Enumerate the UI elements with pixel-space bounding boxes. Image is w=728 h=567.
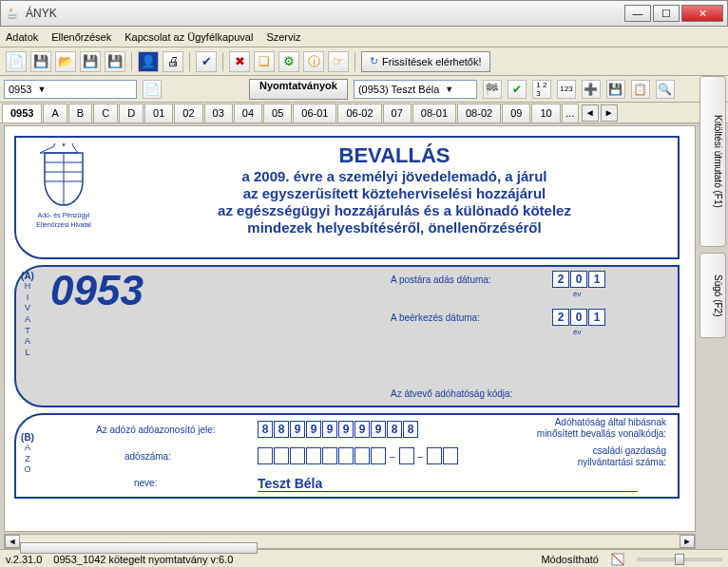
refresh-icon: ↻: [370, 55, 378, 67]
form-sub1: a 2009. évre a személyi jövedelemadó, a …: [115, 168, 674, 185]
csaladi-label2: nyilvántartási száma:: [543, 457, 666, 467]
form-sub2: az egyszerűsített közteherviselési hozzá…: [115, 185, 674, 202]
search-icon[interactable]: 🔍: [656, 80, 675, 99]
scroll-right-icon[interactable]: ►: [680, 535, 695, 548]
print-icon[interactable]: 🖨: [163, 51, 183, 72]
window-title: ÁNYK: [26, 7, 623, 20]
apeh-label-2: Ellenőrzési Hivatal: [36, 221, 91, 229]
page-icon[interactable]: 📄: [143, 80, 162, 99]
check2-icon[interactable]: ✔: [508, 80, 527, 99]
save3-icon[interactable]: 💾: [105, 51, 125, 72]
menu-ellenorzesek[interactable]: Ellenőrzések: [51, 31, 111, 43]
status-version: v.2.31.0: [6, 554, 42, 565]
num12-icon[interactable]: 1 23: [532, 80, 551, 99]
tab-d[interactable]: D: [119, 104, 144, 123]
form-code-combo[interactable]: 0953▼: [4, 80, 137, 99]
form-header: Adó- és Pénzügyi Ellenőrzési Hivatal BEV…: [14, 136, 680, 259]
toolbar: 📄 💾 📂 💾 💾 👤 🖨 ✔ ✖ ❏ ⚙ ⓘ ☞ ↻ Frissítések …: [0, 47, 728, 76]
coat-of-arms-icon: [40, 143, 87, 210]
form-viewport: Adó- és Pénzügyi Ellenőrzési Hivatal BEV…: [4, 125, 696, 532]
tab-a[interactable]: A: [43, 104, 67, 123]
maximize-button[interactable]: ☐: [653, 5, 680, 22]
copy-icon[interactable]: 📋: [631, 80, 650, 99]
group-b: (B): [21, 432, 34, 443]
hibas-label2: minősített bevallás vonalkódja:: [505, 428, 666, 439]
horizontal-scrollbar[interactable]: ◄ ►: [4, 534, 696, 549]
apeh-label-1: Adó- és Pénzügyi: [38, 212, 90, 219]
minimize-button[interactable]: —: [624, 5, 651, 22]
add-page-icon[interactable]: ➕: [582, 80, 601, 99]
tab-05[interactable]: 05: [263, 104, 292, 123]
post-date-boxes[interactable]: 201: [552, 271, 605, 288]
java-icon: [5, 6, 20, 21]
scroll-thumb[interactable]: [20, 542, 258, 554]
delete-icon[interactable]: ✖: [229, 51, 250, 72]
tab-0953[interactable]: 0953: [2, 104, 42, 123]
tab-04[interactable]: 04: [234, 104, 262, 123]
tab-06-01[interactable]: 06-01: [293, 104, 336, 123]
form-title: BEVALLÁS: [115, 143, 674, 168]
tab-c[interactable]: C: [93, 104, 118, 123]
status-state: Módosítható: [541, 554, 599, 565]
recv-date-boxes[interactable]: 201: [552, 309, 605, 326]
tax-id-label: Az adózó adóazonosító jele:: [96, 425, 216, 435]
name-value[interactable]: Teszt Béla: [258, 476, 638, 492]
status-flag-icon: [610, 552, 625, 567]
tab-08-02[interactable]: 08-02: [457, 104, 501, 123]
side-panel: Kitöltési útmutató (F1) Súgó (F2): [699, 76, 726, 338]
menu-szerviz[interactable]: Szerviz: [266, 31, 300, 43]
check-icon[interactable]: ✔: [196, 51, 217, 72]
section-azonositas: (B) A Z O Az adózó adóazonosító jele: 88…: [14, 413, 680, 499]
tab-10[interactable]: 10: [531, 104, 560, 123]
tab-01[interactable]: 01: [144, 104, 173, 123]
user-icon[interactable]: 👤: [138, 51, 159, 72]
brush-icon[interactable]: ❏: [254, 51, 275, 72]
menu-adatok[interactable]: Adatok: [6, 31, 38, 43]
tab-next[interactable]: ►: [601, 104, 618, 122]
tab-b[interactable]: B: [68, 104, 92, 123]
num123-icon[interactable]: 123: [557, 80, 576, 99]
zoom-slider[interactable]: [637, 558, 722, 561]
close-button[interactable]: ✕: [681, 5, 723, 22]
tab-06-02[interactable]: 06-02: [337, 104, 381, 123]
tab-prev[interactable]: ◄: [582, 104, 599, 122]
tab-08-01[interactable]: 08-01: [412, 104, 456, 123]
person-combo[interactable]: (0953) Teszt Béla▼: [354, 80, 477, 99]
scroll-left-icon[interactable]: ◄: [5, 535, 20, 548]
tax-id-boxes[interactable]: 8899999988: [258, 421, 418, 438]
calc-icon[interactable]: ⚙: [278, 51, 299, 72]
status-doc: 0953_1042 kötegelt nyomtatvány v:6.0: [53, 554, 529, 565]
updates-button[interactable]: ↻ Frissítések elérhetők!: [361, 51, 490, 72]
selector-bar: 0953▼ 📄 Nyomtatványok (0953) Teszt Béla▼…: [0, 76, 728, 103]
tab-09[interactable]: 09: [502, 104, 530, 123]
group-a: (A): [21, 271, 34, 281]
tax-num-boxes[interactable]: – –: [258, 447, 458, 464]
tax-num-label: adószáma:: [125, 451, 171, 462]
form-sub4: mindezek helyesbítéséről, önellenőrzésér…: [115, 219, 674, 236]
auth-code-label: Az átvevő adóhatóság kódja:: [391, 388, 512, 399]
tab-strip: 0953 A B C D 01 02 03 04 05 06-01 06-02 …: [0, 103, 728, 123]
save-icon[interactable]: 💾: [30, 51, 51, 72]
name-label: neve:: [134, 478, 157, 488]
tab-more[interactable]: ...: [562, 104, 579, 123]
form-number: 0953: [50, 267, 144, 314]
section-hivatal: (A) H I V A T A L 0953 A postára adás dá…: [14, 265, 680, 407]
post-date-label: A postára adás dátuma:: [391, 274, 491, 285]
nyomtatvanyok-button[interactable]: Nyomtatványok: [249, 79, 348, 100]
open-icon[interactable]: 📂: [55, 51, 76, 72]
form-sub3: az egészségügyi hozzájárulás és a különa…: [115, 202, 674, 219]
savebar-icon[interactable]: 💾: [606, 80, 625, 99]
flag-icon[interactable]: 🏁: [483, 80, 502, 99]
side-help-tab[interactable]: Kitöltési útmutató (F1): [699, 76, 726, 247]
side-sugo-tab[interactable]: Súgó (F2): [699, 253, 726, 338]
csaladi-label1: családi gazdaság: [543, 445, 666, 456]
info-icon[interactable]: ⓘ: [303, 51, 324, 72]
tab-07[interactable]: 07: [383, 104, 412, 123]
menu-ugyfelkapu[interactable]: Kapcsolat az Ügyfélkapuval: [125, 31, 253, 43]
save2-icon[interactable]: 💾: [80, 51, 101, 72]
tab-03[interactable]: 03: [204, 104, 233, 123]
recv-date-label: A beérkezés dátuma:: [391, 312, 480, 323]
tab-02[interactable]: 02: [174, 104, 202, 123]
exit-icon[interactable]: ☞: [328, 51, 349, 72]
new-icon[interactable]: 📄: [6, 51, 27, 72]
